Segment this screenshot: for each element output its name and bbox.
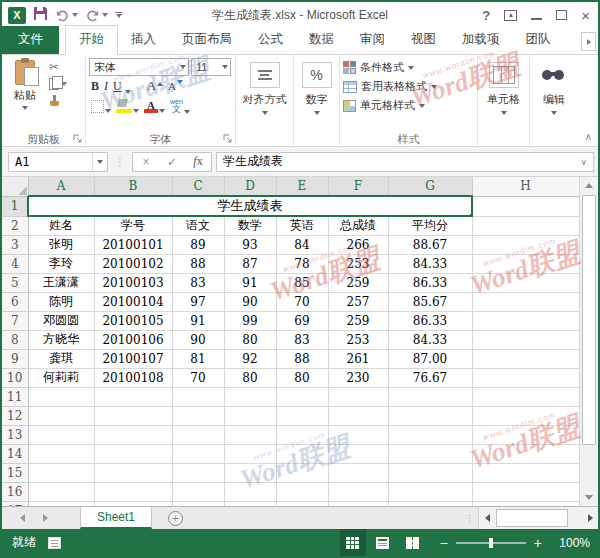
ribbon-display-options-icon[interactable]: [504, 10, 517, 21]
help-icon[interactable]: ?: [482, 8, 490, 23]
cell[interactable]: [388, 406, 472, 425]
column-header-H[interactable]: H: [472, 177, 579, 196]
tab-view[interactable]: 视图: [398, 26, 449, 54]
cell[interactable]: 数学: [224, 216, 276, 235]
cell[interactable]: 261: [328, 349, 388, 368]
cell[interactable]: 89: [172, 235, 224, 254]
cell[interactable]: [172, 501, 224, 506]
cell[interactable]: 259: [328, 273, 388, 292]
cell[interactable]: [472, 292, 579, 311]
close-icon[interactable]: ×: [581, 7, 590, 24]
cell[interactable]: 78: [276, 254, 328, 273]
cell[interactable]: [328, 425, 388, 444]
cell[interactable]: [328, 501, 388, 506]
excel-logo-icon[interactable]: X: [8, 7, 26, 24]
sheet-tab-sheet1[interactable]: Sheet1: [80, 507, 152, 529]
cell[interactable]: 88.67: [388, 235, 472, 254]
cell[interactable]: [328, 482, 388, 501]
next-sheet-icon[interactable]: [43, 514, 48, 522]
cell[interactable]: 87: [224, 254, 276, 273]
cell[interactable]: [472, 254, 579, 273]
cell[interactable]: [472, 406, 579, 425]
cell[interactable]: [224, 406, 276, 425]
cell[interactable]: 97: [172, 292, 224, 311]
redo-icon[interactable]: [85, 9, 108, 22]
cell[interactable]: [94, 444, 172, 463]
cell[interactable]: [328, 387, 388, 406]
row-header-14[interactable]: 14: [2, 444, 28, 463]
cell[interactable]: 88: [276, 349, 328, 368]
font-color-button[interactable]: A: [144, 99, 165, 113]
row-header-10[interactable]: 10: [2, 368, 28, 387]
font-name-combo[interactable]: 宋体: [89, 58, 189, 76]
cell[interactable]: 方晓华: [28, 330, 94, 349]
cell[interactable]: 81: [172, 349, 224, 368]
column-header-E[interactable]: E: [276, 177, 328, 196]
cell[interactable]: [94, 463, 172, 482]
font-size-combo[interactable]: 11: [191, 58, 231, 76]
cell[interactable]: [388, 463, 472, 482]
cell[interactable]: 20100105: [94, 311, 172, 330]
cell[interactable]: 张明: [28, 235, 94, 254]
cell[interactable]: 70: [172, 368, 224, 387]
cell[interactable]: [276, 444, 328, 463]
paste-button[interactable]: 粘贴: [5, 58, 45, 110]
bold-button[interactable]: B: [91, 79, 99, 94]
cell[interactable]: 陈明: [28, 292, 94, 311]
tab-addins[interactable]: 加载项: [449, 26, 513, 54]
cell[interactable]: 20100101: [94, 235, 172, 254]
cell[interactable]: [224, 425, 276, 444]
row-header-11[interactable]: 11: [2, 387, 28, 406]
fill-color-button[interactable]: [116, 99, 139, 113]
cell[interactable]: 230: [328, 368, 388, 387]
save-icon[interactable]: [33, 6, 48, 25]
group-number[interactable]: % 数字: [294, 55, 340, 146]
macro-record-icon[interactable]: [48, 537, 61, 549]
cell[interactable]: [472, 330, 579, 349]
cell[interactable]: [276, 425, 328, 444]
cell[interactable]: 259: [328, 311, 388, 330]
cell[interactable]: 90: [172, 330, 224, 349]
row-header-2[interactable]: 2: [2, 216, 28, 235]
cell[interactable]: [472, 273, 579, 292]
cell[interactable]: [328, 406, 388, 425]
cell[interactable]: [172, 482, 224, 501]
cell[interactable]: 85: [276, 273, 328, 292]
cell[interactable]: [276, 406, 328, 425]
cell[interactable]: [224, 387, 276, 406]
cell[interactable]: 总成绩: [328, 216, 388, 235]
scroll-up-icon[interactable]: [580, 177, 598, 194]
cell[interactable]: 平均分: [388, 216, 472, 235]
cell[interactable]: [28, 463, 94, 482]
cell[interactable]: 84.33: [388, 254, 472, 273]
cell[interactable]: 86.33: [388, 311, 472, 330]
cell[interactable]: [94, 387, 172, 406]
cell[interactable]: [276, 501, 328, 506]
cell[interactable]: 龚琪: [28, 349, 94, 368]
cell[interactable]: [172, 463, 224, 482]
cell[interactable]: [472, 444, 579, 463]
insert-function-icon[interactable]: fx: [185, 154, 211, 169]
group-cells[interactable]: 单元格: [478, 55, 530, 146]
scroll-left-icon[interactable]: [479, 507, 495, 529]
font-dialog-launcher-icon[interactable]: [223, 134, 233, 144]
zoom-slider[interactable]: [456, 542, 526, 544]
sheetbar-drag-handle[interactable]: ⋮: [461, 507, 478, 529]
cell[interactable]: [224, 444, 276, 463]
phonetic-guide-button[interactable]: wén文: [170, 98, 190, 114]
cell[interactable]: [94, 406, 172, 425]
cell[interactable]: 70: [276, 292, 328, 311]
row-header-13[interactable]: 13: [2, 425, 28, 444]
cell[interactable]: [28, 406, 94, 425]
cell[interactable]: [28, 482, 94, 501]
row-header-6[interactable]: 6: [2, 292, 28, 311]
cell[interactable]: [94, 425, 172, 444]
cell[interactable]: [472, 196, 579, 216]
collapse-ribbon-icon[interactable]: ∧: [585, 131, 592, 142]
format-as-table-button[interactable]: 套用表格格式: [343, 77, 474, 96]
cell[interactable]: 69: [276, 311, 328, 330]
tab-insert[interactable]: 插入: [118, 26, 169, 54]
cell[interactable]: 83: [276, 330, 328, 349]
cell[interactable]: [388, 501, 472, 506]
zoom-slider-thumb[interactable]: [489, 538, 493, 548]
